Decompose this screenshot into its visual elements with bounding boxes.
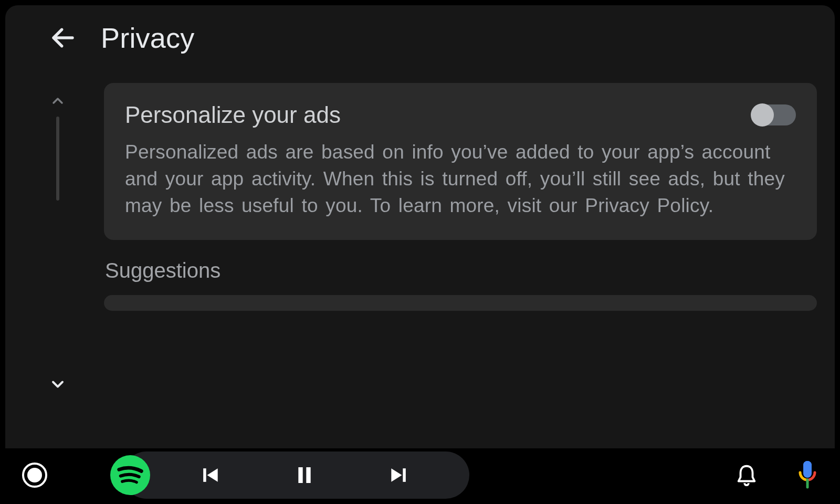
page-title: Privacy <box>101 22 194 54</box>
arrow-back-icon <box>49 24 77 52</box>
svg-rect-4 <box>306 467 310 483</box>
scroll-indicator <box>41 83 75 458</box>
scroll-up-button[interactable] <box>47 90 68 111</box>
now-playing-app-spotify[interactable] <box>110 455 150 495</box>
google-mic-icon <box>795 459 820 491</box>
scroll-track[interactable] <box>56 117 59 201</box>
media-next-button[interactable] <box>352 454 446 496</box>
toggle-knob <box>751 103 774 127</box>
scroll-down-button[interactable] <box>47 374 68 395</box>
pause-icon <box>294 464 315 487</box>
svg-rect-3 <box>298 467 302 483</box>
svg-point-1 <box>27 468 42 482</box>
skip-next-icon <box>387 464 411 487</box>
chevron-down-icon <box>48 375 67 394</box>
system-bar <box>0 448 840 504</box>
media-pause-button[interactable] <box>257 454 352 496</box>
setting-card-partial[interactable] <box>104 295 817 311</box>
home-button[interactable] <box>16 456 54 494</box>
circle-record-icon <box>20 460 49 490</box>
media-controls <box>123 452 469 499</box>
svg-rect-2 <box>203 468 206 482</box>
personalize-ads-toggle[interactable] <box>752 104 796 125</box>
settings-panel: Privacy Personalize <box>5 5 835 461</box>
section-suggestions-label: Suggestions <box>104 259 817 282</box>
svg-rect-5 <box>403 468 406 482</box>
assistant-button[interactable] <box>791 458 824 492</box>
header: Privacy <box>5 5 835 60</box>
setting-title: Personalize your ads <box>125 102 341 128</box>
setting-personalize-ads[interactable]: Personalize your ads Personalized ads ar… <box>104 83 817 240</box>
bell-icon <box>734 463 759 487</box>
media-previous-button[interactable] <box>163 454 257 496</box>
setting-description: Personalized ads are based on info you’v… <box>125 139 796 219</box>
back-button[interactable] <box>46 21 80 55</box>
notifications-button[interactable] <box>730 458 763 492</box>
spotify-icon <box>110 455 150 495</box>
skip-previous-icon <box>198 464 222 487</box>
chevron-up-icon <box>49 92 66 109</box>
